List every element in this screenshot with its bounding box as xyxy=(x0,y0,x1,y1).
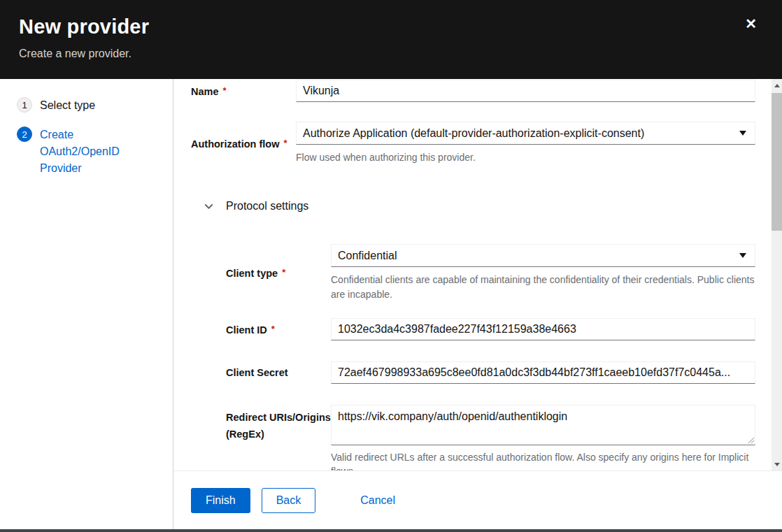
redirect-uris-textarea[interactable]: https://vik.company/auth/openid/authenti… xyxy=(331,405,755,445)
wizard-sidebar: 1 Select type 2 Create OAuth2/OpenID Pro… xyxy=(0,79,173,529)
provider-form: Name* Authorization flow* Authorize Appl… xyxy=(173,79,782,470)
client-id-label: Client ID* xyxy=(226,321,331,338)
client-secret-label: Client Secret xyxy=(226,364,331,381)
redirect-uris-help: Valid redirect URLs after a successful a… xyxy=(331,450,755,470)
authorization-flow-help: Flow used when authorizing this provider… xyxy=(296,150,755,165)
required-asterisk: * xyxy=(223,85,227,96)
back-button[interactable]: Back xyxy=(262,488,316,513)
vertical-scrollbar[interactable] xyxy=(772,79,782,470)
modal-footer: Finish Back Cancel xyxy=(173,470,782,529)
wizard-step-label: Create OAuth2/OpenID Provider xyxy=(40,127,131,177)
modal-header: New provider Create a new provider. ✕ xyxy=(0,0,782,79)
finish-button[interactable]: Finish xyxy=(191,488,250,513)
name-label: Name* xyxy=(191,82,296,100)
client-type-field-row: Client type* Confidential Confidential c… xyxy=(173,244,782,302)
client-secret-input[interactable] xyxy=(331,361,755,384)
close-icon[interactable]: ✕ xyxy=(745,17,757,31)
wizard-step-label: Select type xyxy=(40,97,95,114)
required-asterisk: * xyxy=(282,267,285,278)
redirect-uris-field-row: Redirect URIs/Origins (RegEx) https://vi… xyxy=(173,405,782,470)
label-text: Client Secret xyxy=(226,367,288,378)
scrollbar-thumb[interactable] xyxy=(772,93,782,231)
protocol-settings-label: Protocol settings xyxy=(226,200,308,213)
new-provider-modal: New provider Create a new provider. ✕ 1 … xyxy=(0,0,782,532)
authorization-flow-select[interactable]: Authorize Application (default-provider-… xyxy=(296,122,755,145)
client-type-label: Client type* xyxy=(226,264,331,282)
label-text: Client ID xyxy=(226,324,267,336)
background-page-edge xyxy=(0,529,782,532)
client-id-field-row: Client ID* xyxy=(173,318,782,340)
label-text: Redirect URIs/Origins (RegEx) xyxy=(226,412,331,440)
chevron-down-icon xyxy=(204,201,214,212)
required-asterisk: * xyxy=(271,324,275,334)
client-secret-field-row: Client Secret xyxy=(173,361,782,384)
modal-body: 1 Select type 2 Create OAuth2/OpenID Pro… xyxy=(0,79,782,529)
cancel-button[interactable]: Cancel xyxy=(357,488,398,513)
modal-subtitle: Create a new provider. xyxy=(19,48,762,60)
authorization-flow-label: Authorization flow* xyxy=(191,135,296,152)
selected-option-text: Authorize Application (default-provider-… xyxy=(303,127,644,140)
client-id-input[interactable] xyxy=(331,318,755,340)
modal-title: New provider xyxy=(19,15,762,38)
label-text: Name xyxy=(191,86,219,97)
client-type-help: Confidential clients are capable of main… xyxy=(331,273,755,302)
scroll-down-arrow-icon[interactable] xyxy=(772,458,782,470)
selected-option-text: Confidential xyxy=(338,250,397,262)
step-number-badge: 2 xyxy=(17,127,32,142)
client-type-select[interactable]: Confidential xyxy=(331,244,755,267)
step-number-badge: 1 xyxy=(17,97,32,113)
name-field-row: Name* xyxy=(173,80,782,102)
wizard-step-select-type[interactable]: 1 Select type xyxy=(17,97,166,114)
scroll-up-arrow-icon[interactable] xyxy=(772,79,782,92)
required-asterisk: * xyxy=(283,138,287,148)
redirect-uris-label: Redirect URIs/Origins (RegEx) xyxy=(226,405,331,443)
wizard-content-pane: Name* Authorization flow* Authorize Appl… xyxy=(173,79,782,529)
authorization-flow-field-row: Authorization flow* Authorize Applicatio… xyxy=(173,122,782,165)
label-text: Client type xyxy=(226,268,278,279)
wizard-step-create-oauth2-provider[interactable]: 2 Create OAuth2/OpenID Provider xyxy=(17,127,166,177)
protocol-settings-section: Client type* Confidential Confidential c… xyxy=(173,244,782,470)
label-text: Authorization flow xyxy=(191,138,279,150)
protocol-settings-toggle[interactable]: Protocol settings xyxy=(173,198,782,215)
caret-down-icon xyxy=(739,131,746,136)
name-input[interactable] xyxy=(296,80,755,102)
caret-down-icon xyxy=(739,253,746,258)
